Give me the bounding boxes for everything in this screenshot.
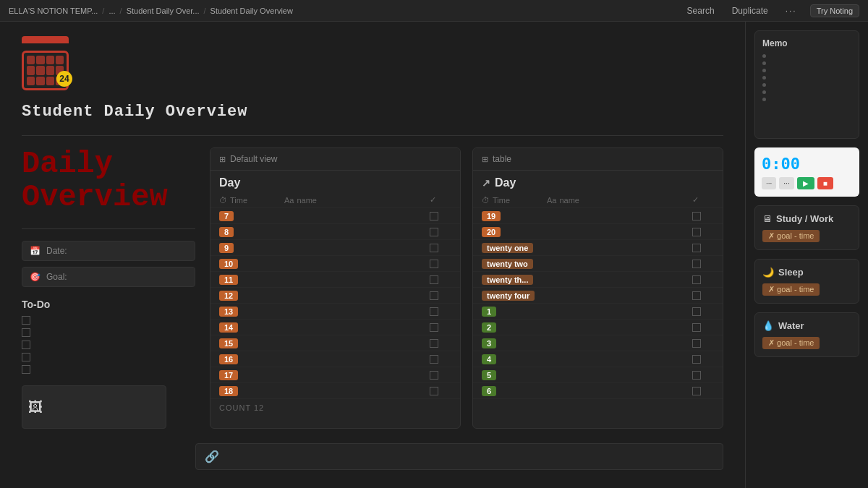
sleep-icon: 🌙 <box>762 267 774 278</box>
db2-row-9[interactable]: 3 <box>473 335 723 351</box>
db1-check-5[interactable] <box>430 275 438 284</box>
cal-cell <box>46 66 54 74</box>
db2-check-7[interactable] <box>692 307 701 316</box>
db2-tag-4: twenty two <box>482 259 533 269</box>
db1-check-7[interactable] <box>430 307 438 316</box>
db1-check-12[interactable] <box>430 387 438 395</box>
db1-check-2[interactable] <box>430 228 438 236</box>
db1-tag-1: 7 <box>219 211 234 221</box>
sleep-tag[interactable]: ✗ goal - time <box>762 283 820 296</box>
db1-check-10[interactable] <box>430 355 438 364</box>
db-panel-1: ⊞ Default view Day ⏱ Time Aa name <box>210 147 461 429</box>
db1-row-5[interactable]: 11 <box>210 272 460 288</box>
water-header: 💧 Water <box>762 320 851 331</box>
sep1: / <box>102 7 104 15</box>
todo-section: To-Do <box>22 299 195 374</box>
timer-play-button[interactable]: ▶ <box>797 177 814 189</box>
db2-check-5[interactable] <box>692 275 701 284</box>
db2-row-2[interactable]: 20 <box>473 224 723 240</box>
db1-check-4[interactable] <box>430 260 438 268</box>
db1-check-9[interactable] <box>430 339 438 348</box>
db2-tag-3: twenty one <box>482 243 533 253</box>
db2-tag-9: 3 <box>482 338 496 348</box>
db2-row-11[interactable]: 5 <box>473 367 723 383</box>
thumb-box[interactable]: 🖼 <box>22 385 166 429</box>
bottom-section[interactable]: 🔗 <box>195 443 723 470</box>
db1-row-12[interactable]: 18 <box>210 383 460 399</box>
db1-check-3[interactable] <box>430 244 438 252</box>
db2-row-5[interactable]: twenty th... <box>473 272 723 288</box>
todo-checkbox-5[interactable] <box>22 365 30 374</box>
timer-btn-1[interactable]: ··· <box>762 177 776 189</box>
db2-check-1[interactable] <box>692 212 701 221</box>
db2-check-6[interactable] <box>692 291 701 300</box>
db1-row-8[interactable]: 14 <box>210 320 460 335</box>
db2-check-12[interactable] <box>692 387 701 395</box>
db1-row-3[interactable]: 9 <box>210 240 460 256</box>
memo-bullet-7 <box>762 98 851 101</box>
db2-check-11[interactable] <box>692 371 701 380</box>
thumb-icon: 🖼 <box>28 399 43 416</box>
db1-row-10[interactable]: 16 <box>210 351 460 367</box>
water-tag[interactable]: ✗ goal - time <box>762 337 820 349</box>
db2-row-1[interactable]: 19 <box>473 208 723 224</box>
db1-tag-5: 11 <box>219 275 238 285</box>
goal-field[interactable]: 🎯 Goal: <box>22 267 195 287</box>
page-title: Student Daily Overview <box>22 103 723 121</box>
db2-title-row: ↗ Day <box>473 171 723 192</box>
duplicate-button[interactable]: Duplicate <box>728 4 773 17</box>
db2-check-3[interactable] <box>692 244 701 252</box>
timer-btn-2[interactable]: ··· <box>779 177 793 189</box>
bullet-dot <box>762 98 766 101</box>
db2-header-label[interactable]: table <box>493 154 511 164</box>
db2-row-8[interactable]: 2 <box>473 320 723 335</box>
water-section: 💧 Water ✗ goal - time <box>754 312 859 357</box>
db2-row-7[interactable]: 1 <box>473 304 723 320</box>
db1-row-1[interactable]: 7 <box>210 208 460 224</box>
sleep-title: Sleep <box>778 267 804 278</box>
db1-count: COUNT 12 <box>210 399 460 416</box>
date-field[interactable]: 📅 Date: <box>22 241 195 261</box>
db1-row-11[interactable]: 17 <box>210 367 460 383</box>
db1-tag-9: 15 <box>219 338 238 348</box>
db1-check-1[interactable] <box>430 212 438 221</box>
try-noting-button[interactable]: Try Noting <box>810 4 859 17</box>
db2-check-8[interactable] <box>692 323 701 332</box>
todo-checkbox-1[interactable] <box>22 316 30 325</box>
db1-row-4[interactable]: 10 <box>210 256 460 272</box>
db1-col-headers: ⏱ Time Aa name ✓ <box>210 192 460 208</box>
db2-row-6[interactable]: twenty four <box>473 288 723 304</box>
more-options-button[interactable]: ··· <box>781 4 801 17</box>
db2-row-10[interactable]: 4 <box>473 351 723 367</box>
db1-check-11[interactable] <box>430 371 438 380</box>
breadcrumb1[interactable]: Student Daily Over... <box>127 7 200 15</box>
db1-tag-11: 17 <box>219 370 238 380</box>
db2-row-3[interactable]: twenty one <box>473 240 723 256</box>
study-work-tag[interactable]: ✗ goal - time <box>762 230 820 242</box>
db2-check-2[interactable] <box>692 228 701 236</box>
db2-row-4[interactable]: twenty two <box>473 256 723 272</box>
db1-row-2[interactable]: 8 <box>210 224 460 240</box>
breadcrumb2[interactable]: Student Daily Overview <box>210 7 293 15</box>
bullet-dot <box>762 76 766 80</box>
db2-row-12[interactable]: 6 <box>473 383 723 399</box>
db2-header-icon: ⊞ <box>482 155 488 164</box>
todo-checkbox-2[interactable] <box>22 328 30 337</box>
db2-check-10[interactable] <box>692 355 701 364</box>
db2-check-9[interactable] <box>692 339 701 348</box>
todo-checkbox-3[interactable] <box>22 341 30 349</box>
db1-header-label[interactable]: Default view <box>230 154 277 164</box>
search-button[interactable]: Search <box>683 4 719 17</box>
todo-checkbox-4[interactable] <box>22 353 30 361</box>
db1-row-7[interactable]: 13 <box>210 304 460 320</box>
timer-stop-button[interactable]: ■ <box>817 177 833 189</box>
db1-check-8[interactable] <box>430 323 438 332</box>
db2-check-4[interactable] <box>692 260 701 268</box>
daily-line2: Overview <box>22 180 168 215</box>
db1-row-9[interactable]: 15 <box>210 335 460 351</box>
db1-check-6[interactable] <box>430 291 438 300</box>
memo-bullet-6 <box>762 90 851 94</box>
workspace-label[interactable]: ELLA'S NOTION TEMP... <box>9 7 98 15</box>
db2-tag-7: 1 <box>482 307 496 317</box>
db1-row-6[interactable]: 12 <box>210 288 460 304</box>
